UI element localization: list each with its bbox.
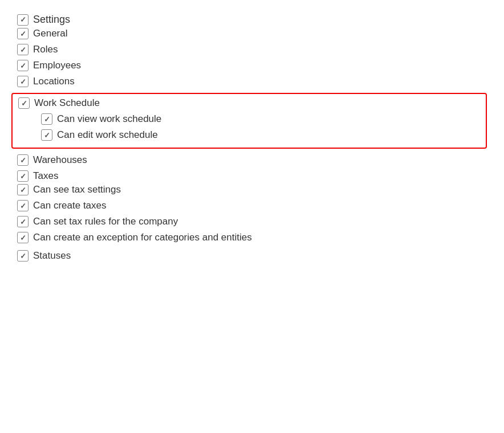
label-can-edit-work-schedule: Can edit work schedule (57, 129, 158, 141)
tree-item-can-set-tax-rules: Can set tax rules for the company (17, 214, 487, 230)
label-can-create-exception: Can create an exception for categories a… (33, 232, 252, 243)
checkbox-warehouses[interactable] (17, 154, 29, 166)
checkbox-general[interactable] (17, 28, 29, 39)
label-locations: Locations (33, 76, 75, 87)
tree-item-roles: Roles (17, 42, 487, 58)
tree-item-can-create-exception: Can create an exception for categories a… (17, 230, 487, 246)
tree-item-can-create-taxes: Can create taxes (17, 198, 487, 214)
checkbox-roles[interactable] (17, 44, 29, 55)
label-can-create-taxes: Can create taxes (33, 200, 107, 211)
tree-item-statuses: Statuses (17, 248, 487, 264)
checkbox-locations[interactable] (17, 76, 29, 87)
tree-item-locations: Locations (17, 73, 487, 89)
label-statuses: Statuses (33, 250, 71, 262)
label-general: General (33, 28, 67, 39)
checkbox-can-edit-work-schedule[interactable] (41, 129, 52, 141)
tree-item-can-view-work-schedule: Can view work schedule (18, 111, 480, 127)
tree-item-taxes: Taxes Can see tax settings Can create ta… (17, 168, 487, 248)
checkbox-can-set-tax-rules[interactable] (17, 216, 29, 227)
taxes-children: Can see tax settings Can create taxes Ca… (17, 182, 487, 246)
tree-item-work-schedule: Work Schedule Can view work schedule (17, 89, 487, 152)
settings-children: General Roles Employees (17, 26, 487, 264)
label-taxes: Taxes (33, 170, 58, 182)
label-can-set-tax-rules: Can set tax rules for the company (33, 216, 178, 227)
checkbox-can-view-work-schedule[interactable] (41, 113, 52, 125)
label-roles: Roles (33, 44, 58, 55)
checkbox-settings[interactable] (17, 14, 29, 26)
label-can-see-tax-settings: Can see tax settings (33, 184, 121, 195)
tree-item-can-see-tax-settings: Can see tax settings (17, 182, 487, 198)
label-warehouses: Warehouses (33, 154, 87, 166)
checkbox-employees[interactable] (17, 60, 29, 71)
work-schedule-children: Can view work schedule Can edit work sch… (18, 111, 480, 143)
label-employees: Employees (33, 60, 81, 71)
checkbox-can-create-exception[interactable] (17, 232, 29, 243)
checkbox-work-schedule[interactable] (18, 97, 30, 109)
checkbox-can-create-taxes[interactable] (17, 200, 29, 211)
tree-item-warehouses: Warehouses (17, 152, 487, 168)
tree-item-settings: Settings General Roles (17, 11, 487, 266)
label-settings: Settings (33, 14, 70, 26)
label-work-schedule: Work Schedule (34, 97, 100, 109)
checkbox-can-see-tax-settings[interactable] (17, 184, 29, 195)
label-can-view-work-schedule: Can view work schedule (57, 113, 161, 125)
tree-item-employees: Employees (17, 58, 487, 73)
checkbox-statuses[interactable] (17, 250, 29, 262)
tree-item-general: General (17, 26, 487, 42)
checkbox-taxes[interactable] (17, 170, 29, 182)
tree-item-can-edit-work-schedule: Can edit work schedule (18, 127, 480, 143)
work-schedule-group: Work Schedule Can view work schedule (11, 93, 487, 149)
settings-tree: Settings General Roles (17, 11, 487, 266)
